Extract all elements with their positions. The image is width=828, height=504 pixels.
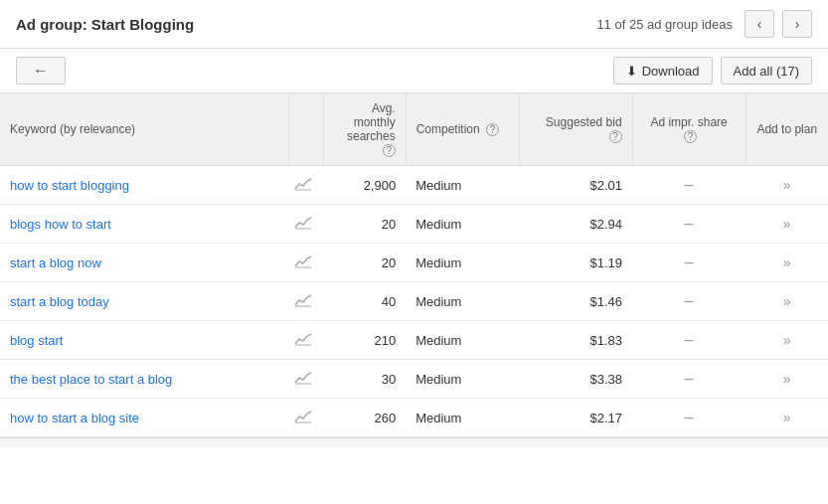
cell-keyword[interactable]: start a blog today: [0, 282, 288, 321]
col-header-adimpr: Ad impr. share ?: [632, 93, 745, 166]
col-header-addplan: Add to plan: [745, 93, 828, 166]
cell-competition: Medium: [406, 360, 519, 399]
cell-keyword[interactable]: how to start blogging: [0, 166, 288, 205]
cell-adimpr: –: [632, 205, 745, 244]
cell-keyword[interactable]: blogs how to start: [0, 205, 288, 244]
competition-help-icon[interactable]: ?: [486, 123, 499, 136]
pagination-area: 11 of 25 ad group ideas ‹ ›: [596, 10, 812, 38]
add-to-plan-arrow[interactable]: »: [783, 177, 791, 193]
cell-add-plan[interactable]: »: [745, 244, 828, 282]
add-to-plan-arrow[interactable]: »: [783, 332, 791, 348]
add-to-plan-arrow[interactable]: »: [783, 293, 791, 309]
add-to-plan-arrow[interactable]: »: [783, 371, 791, 387]
download-button[interactable]: ⬇ Download: [613, 57, 713, 84]
toolbar: ← ⬇ Download Add all (17): [0, 49, 828, 93]
add-all-button[interactable]: Add all (17): [721, 57, 812, 84]
cell-add-plan[interactable]: »: [745, 321, 828, 360]
cell-bid: $2.01: [519, 166, 632, 205]
adimpr-help-icon[interactable]: ?: [684, 130, 697, 143]
download-icon: ⬇: [626, 64, 637, 79]
scroll-bar[interactable]: [0, 437, 828, 447]
cell-competition: Medium: [406, 399, 519, 437]
cell-add-plan[interactable]: »: [745, 205, 828, 244]
cell-keyword[interactable]: blog start: [0, 321, 288, 360]
next-button[interactable]: ›: [782, 10, 812, 38]
download-label: Download: [642, 64, 700, 79]
cell-add-plan[interactable]: »: [745, 399, 828, 437]
bid-help-icon[interactable]: ?: [609, 130, 622, 143]
col-header-keyword: Keyword (by relevance): [0, 93, 288, 166]
cell-searches: 40: [323, 282, 406, 321]
ad-group-name: Start Blogging: [91, 16, 194, 33]
cell-searches: 20: [323, 205, 406, 244]
cell-chart-icon: [288, 399, 323, 437]
table-row: blog start 210 Medium $1.83 – »: [0, 321, 828, 360]
cell-adimpr: –: [632, 282, 745, 321]
cell-bid: $2.17: [519, 399, 632, 437]
table-row: the best place to start a blog 30 Medium…: [0, 360, 828, 399]
cell-keyword[interactable]: how to start a blog site: [0, 399, 288, 437]
prev-button[interactable]: ‹: [745, 10, 774, 38]
cell-add-plan[interactable]: »: [745, 282, 828, 321]
add-to-plan-arrow[interactable]: »: [783, 216, 791, 232]
cell-adimpr: –: [632, 321, 745, 360]
back-button[interactable]: ←: [16, 57, 66, 84]
table-row: start a blog now 20 Medium $1.19 – »: [0, 244, 828, 282]
cell-bid: $3.38: [519, 360, 632, 399]
cell-add-plan[interactable]: »: [745, 166, 828, 205]
cell-searches: 210: [323, 321, 406, 360]
searches-help-icon[interactable]: ?: [383, 144, 396, 157]
cell-keyword[interactable]: the best place to start a blog: [0, 360, 288, 399]
top-bar: Ad group: Start Blogging 11 of 25 ad gro…: [0, 0, 828, 49]
cell-bid: $1.46: [519, 282, 632, 321]
cell-adimpr: –: [632, 399, 745, 437]
cell-searches: 20: [323, 244, 406, 282]
cell-competition: Medium: [406, 282, 519, 321]
table-row: how to start blogging 2,900 Medium $2.01…: [0, 166, 828, 205]
col-header-searches: Avg. monthly searches ?: [323, 93, 406, 166]
cell-searches: 2,900: [323, 166, 406, 205]
cell-searches: 30: [323, 360, 406, 399]
cell-competition: Medium: [406, 166, 519, 205]
ad-group-prefix: Ad group:: [16, 16, 91, 33]
table-row: blogs how to start 20 Medium $2.94 – »: [0, 205, 828, 244]
cell-chart-icon: [288, 166, 323, 205]
cell-chart-icon: [288, 205, 323, 244]
cell-adimpr: –: [632, 166, 745, 205]
cell-add-plan[interactable]: »: [745, 360, 828, 399]
add-to-plan-arrow[interactable]: »: [783, 254, 791, 270]
col-header-chart: [288, 93, 323, 166]
cell-searches: 260: [323, 399, 406, 437]
col-header-competition: Competition ?: [406, 93, 519, 166]
cell-adimpr: –: [632, 244, 745, 282]
cell-bid: $1.19: [519, 244, 632, 282]
cell-competition: Medium: [406, 321, 519, 360]
cell-chart-icon: [288, 244, 323, 282]
cell-bid: $1.83: [519, 321, 632, 360]
cell-competition: Medium: [406, 205, 519, 244]
cell-bid: $2.94: [519, 205, 632, 244]
toolbar-right: ⬇ Download Add all (17): [613, 57, 812, 84]
back-icon: ←: [33, 62, 49, 80]
cell-chart-icon: [288, 282, 323, 321]
table-row: how to start a blog site 260 Medium $2.1…: [0, 399, 828, 437]
pagination-info: 11 of 25 ad group ideas: [596, 17, 733, 32]
add-all-label: Add all (17): [734, 64, 799, 79]
cell-chart-icon: [288, 360, 323, 399]
table-row: start a blog today 40 Medium $1.46 – »: [0, 282, 828, 321]
col-header-bid: Suggested bid ?: [519, 93, 632, 166]
ad-group-title: Ad group: Start Blogging: [16, 16, 194, 33]
add-to-plan-arrow[interactable]: »: [783, 410, 791, 425]
cell-chart-icon: [288, 321, 323, 360]
cell-competition: Medium: [406, 244, 519, 282]
cell-adimpr: –: [632, 360, 745, 399]
keywords-table: Keyword (by relevance) Avg. monthly sear…: [0, 93, 828, 437]
cell-keyword[interactable]: start a blog now: [0, 244, 288, 282]
